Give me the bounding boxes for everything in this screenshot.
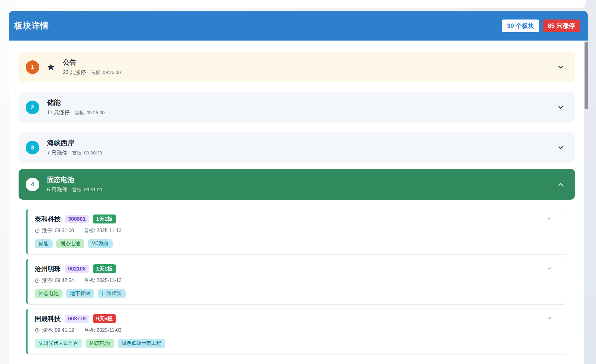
concept-tag: 国资增资	[98, 289, 126, 298]
sector-limit-up-count: 5 只涨停	[47, 186, 67, 193]
stock-card-taihekeji[interactable]: 泰和科技 300801 1天1板 涨停: 09:31:00	[26, 209, 567, 255]
sector-count-badge: 30 个板块	[502, 20, 539, 32]
chevron-down-icon	[547, 266, 552, 271]
limit-up-time: 涨停: 09:42:54	[42, 277, 74, 284]
sector-limit-up-count: 11 只涨停	[47, 109, 70, 116]
concept-tag: 储能	[35, 239, 53, 248]
streak-badge: 1天1板	[93, 214, 116, 223]
stock-code-badge: 300801	[65, 215, 89, 223]
stock-card-cangzhoumingzhu[interactable]: 沧州明珠 002108 1天1板 涨停: 09:42:54	[26, 259, 567, 305]
sector-limit-up-count: 23 只涨停	[63, 69, 86, 76]
chevron-down-icon	[557, 63, 564, 71]
panel-header: 板块详情 30 个板块 85 只涨停	[9, 11, 588, 41]
sector-info: 固态电池 5 只涨停 首板: 09:31:00	[47, 176, 102, 193]
first-board-date: 首板: 2025-11-03	[84, 327, 122, 334]
stock-code-badge: 002108	[65, 265, 89, 273]
chevron-down-icon	[547, 216, 552, 221]
concept-tag: 先进光伏大试平台	[35, 339, 82, 348]
clock-icon	[35, 228, 40, 233]
concept-tag: 固态电池	[86, 339, 114, 348]
limit-up-time: 涨停: 09:45:52	[42, 327, 74, 334]
sector-info: 公告 23 只涨停 首板: 09:25:00	[63, 58, 121, 76]
header-badges: 30 个板块 85 只涨停	[502, 20, 580, 32]
sector-row-gutaidianchi[interactable]: 4 固态电池 5 只涨停 首板: 09:31:00	[19, 169, 575, 200]
rank-badge: 4	[26, 178, 39, 191]
sector-name: 储能	[47, 98, 105, 107]
sector-first-board-time: 首板: 09:31:00	[72, 187, 102, 193]
first-board-date: 首板: 2025-11-13	[84, 277, 122, 284]
clock-icon	[35, 278, 40, 283]
stock-name: 沧州明珠	[35, 265, 61, 273]
rank-badge: 1	[26, 60, 39, 74]
concept-tag: 固态电池	[56, 239, 84, 248]
sector-limit-up-count: 7 只涨停	[47, 149, 67, 156]
first-board-date: 首板: 2025-11-13	[84, 228, 122, 234]
sector-row-haixiaxian[interactable]: 3 海峡西岸 7 只涨停 首板: 09:30:39	[19, 132, 575, 163]
sector-info: 储能 11 只涨停 首板: 09:25:00	[47, 98, 105, 116]
chevron-down-icon	[557, 144, 564, 151]
rank-badge: 2	[26, 101, 39, 114]
sector-name: 海峡西岸	[47, 139, 102, 147]
sector-first-board-time: 首板: 09:30:39	[72, 150, 102, 156]
rank-badge: 3	[26, 141, 39, 154]
previous-card-edge	[15, 0, 586, 8]
sector-name: 公告	[63, 58, 121, 67]
concept-tag: 地下管网	[66, 289, 94, 298]
star-icon: ★	[47, 63, 55, 72]
concept-tag: 绿色低碳示范工程	[118, 339, 165, 348]
sector-detail-panel: 板块详情 30 个板块 85 只涨停 1 ★ 公告 23 只涨停 首板: 09:…	[9, 11, 588, 364]
streak-badge: 1天1板	[93, 264, 116, 273]
sector-first-board-time: 首板: 09:25:00	[75, 110, 105, 116]
chevron-down-icon	[557, 104, 564, 111]
concept-tag: VC涨价	[88, 239, 113, 248]
sector-name: 固态电池	[47, 176, 102, 184]
stock-code-badge: 603778	[65, 315, 89, 323]
streak-badge: 9天5板	[93, 314, 116, 323]
page: 板块详情 30 个板块 85 只涨停 1 ★ 公告 23 只涨停 首板: 09:…	[0, 0, 596, 364]
scrollbar-thumb[interactable]	[585, 42, 588, 109]
sector-row-chuneng[interactable]: 2 储能 11 只涨停 首板: 09:25:00	[19, 92, 575, 123]
chevron-up-icon	[557, 181, 564, 188]
sector-info: 海峡西岸 7 只涨停 首板: 09:30:39	[47, 139, 102, 156]
sector-first-board-time: 首板: 09:25:00	[91, 70, 121, 76]
sector-row-gonggao[interactable]: 1 ★ 公告 23 只涨停 首板: 09:25:00	[19, 52, 575, 82]
limit-up-total-badge: 85 只涨停	[543, 20, 580, 32]
stock-card-guoshengkeji[interactable]: 国晟科技 603778 9天5板 涨停: 09:45:52	[26, 309, 567, 354]
limit-up-time: 涨停: 09:31:00	[42, 228, 74, 234]
concept-tag: 固态电池	[35, 289, 63, 298]
stock-name: 国晟科技	[35, 314, 61, 323]
stock-list: 泰和科技 300801 1天1板 涨停: 09:31:00	[26, 209, 567, 354]
sector-list: 1 ★ 公告 23 只涨停 首板: 09:25:00 2 储能	[9, 41, 584, 364]
clock-icon	[35, 328, 40, 333]
stock-name: 泰和科技	[35, 215, 61, 223]
chevron-down-icon	[547, 316, 552, 321]
page-title: 板块详情	[14, 20, 49, 31]
